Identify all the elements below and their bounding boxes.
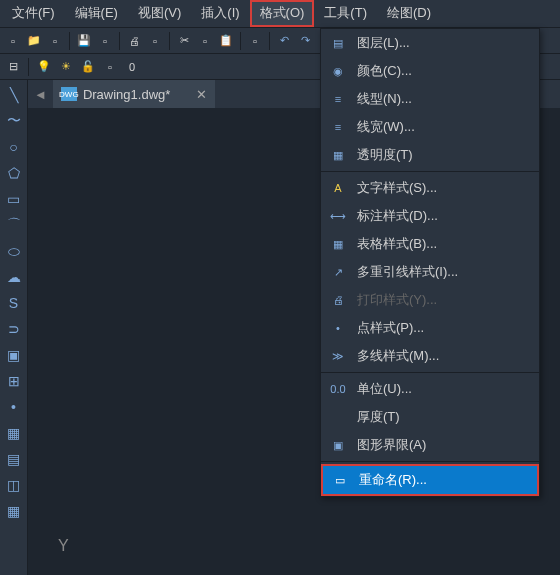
menu-rename-label: 重命名(R)... bbox=[359, 471, 427, 489]
revcloud-tool-icon[interactable]: ☁ bbox=[5, 268, 23, 286]
color-icon: ◉ bbox=[329, 62, 347, 80]
menu-units[interactable]: 0.0 单位(U)... bbox=[321, 375, 539, 403]
textstyle-icon: A bbox=[329, 179, 347, 197]
copy-icon[interactable]: ▫ bbox=[196, 32, 214, 50]
dimstyle-icon: ⟷ bbox=[329, 207, 347, 225]
block-tool-icon[interactable]: ▣ bbox=[5, 346, 23, 364]
layer-props-icon[interactable]: ⊟ bbox=[4, 58, 22, 76]
mlinestyle-icon: ≫ bbox=[329, 347, 347, 365]
menu-mleaderstyle[interactable]: ↗ 多重引线样式(I)... bbox=[321, 258, 539, 286]
preview-icon[interactable]: ▫ bbox=[146, 32, 164, 50]
tab-filename: Drawing1.dwg* bbox=[83, 87, 170, 102]
print-icon[interactable]: 🖨 bbox=[125, 32, 143, 50]
menu-lineweight-label: 线宽(W)... bbox=[357, 118, 415, 136]
left-toolbar: ╲ 〜 ○ ⬠ ▭ ⌒ ⬭ ☁ S ⊃ ▣ ⊞ • ▦ ▤ ◫ ▦ bbox=[0, 80, 28, 575]
menu-layer[interactable]: ▤ 图层(L)... bbox=[321, 29, 539, 57]
menu-plotstyle-label: 打印样式(Y)... bbox=[357, 291, 437, 309]
arc-tool-icon[interactable]: ⌒ bbox=[5, 216, 23, 234]
menu-draw[interactable]: 绘图(D) bbox=[377, 0, 441, 27]
layer-name[interactable]: 0 bbox=[123, 58, 141, 76]
spline-tool-icon[interactable]: S bbox=[5, 294, 23, 312]
saveas-icon[interactable]: ▫ bbox=[96, 32, 114, 50]
menu-file[interactable]: 文件(F) bbox=[2, 0, 65, 27]
menu-color-label: 颜色(C)... bbox=[357, 62, 412, 80]
rectangle-tool-icon[interactable]: ▭ bbox=[5, 190, 23, 208]
point-tool-icon[interactable]: • bbox=[5, 398, 23, 416]
menu-limits[interactable]: ▣ 图形界限(A) bbox=[321, 431, 539, 459]
menu-mlinestyle-label: 多线样式(M)... bbox=[357, 347, 439, 365]
menu-layer-label: 图层(L)... bbox=[357, 34, 410, 52]
units-icon: 0.0 bbox=[329, 380, 347, 398]
redo-icon[interactable]: ↷ bbox=[296, 32, 314, 50]
rename-icon: ▭ bbox=[331, 471, 349, 489]
lock-icon[interactable]: 🔓 bbox=[79, 58, 97, 76]
close-icon[interactable]: ✕ bbox=[196, 87, 207, 102]
separator bbox=[321, 461, 539, 462]
menu-thickness-label: 厚度(T) bbox=[357, 408, 400, 426]
menu-color[interactable]: ◉ 颜色(C)... bbox=[321, 57, 539, 85]
polyline-tool-icon[interactable]: 〜 bbox=[5, 112, 23, 130]
menu-view[interactable]: 视图(V) bbox=[128, 0, 191, 27]
menu-linetype-label: 线型(N)... bbox=[357, 90, 412, 108]
menu-pointstyle[interactable]: • 点样式(P)... bbox=[321, 314, 539, 342]
paste-icon[interactable]: 📋 bbox=[217, 32, 235, 50]
ellipse-tool-icon[interactable]: ⬭ bbox=[5, 242, 23, 260]
line-tool-icon[interactable]: ╲ bbox=[5, 86, 23, 104]
undo-icon[interactable]: ↶ bbox=[275, 32, 293, 50]
table-tool-icon[interactable]: ▦ bbox=[5, 502, 23, 520]
menu-units-label: 单位(U)... bbox=[357, 380, 412, 398]
menu-limits-label: 图形界限(A) bbox=[357, 436, 426, 454]
mleaderstyle-icon: ↗ bbox=[329, 263, 347, 281]
thickness-icon bbox=[329, 408, 347, 426]
menu-format[interactable]: 格式(O) bbox=[250, 0, 315, 27]
layer-icon: ▤ bbox=[329, 34, 347, 52]
cut-icon[interactable]: ✂ bbox=[175, 32, 193, 50]
menu-transparency[interactable]: ▦ 透明度(T) bbox=[321, 141, 539, 169]
save-icon[interactable]: 💾 bbox=[75, 32, 93, 50]
folder2-icon[interactable]: ▫ bbox=[46, 32, 64, 50]
menu-tablestyle[interactable]: ▦ 表格样式(B)... bbox=[321, 230, 539, 258]
limits-icon: ▣ bbox=[329, 436, 347, 454]
menubar: 文件(F) 编辑(E) 视图(V) 插入(I) 格式(O) 工具(T) 绘图(D… bbox=[0, 0, 560, 28]
menu-linetype[interactable]: ≡ 线型(N)... bbox=[321, 85, 539, 113]
menu-mlinestyle[interactable]: ≫ 多线样式(M)... bbox=[321, 342, 539, 370]
ellipse-arc-tool-icon[interactable]: ⊃ bbox=[5, 320, 23, 338]
sun-icon[interactable]: ☀ bbox=[57, 58, 75, 76]
layer-color-icon[interactable]: ▫ bbox=[101, 58, 119, 76]
makeblock-tool-icon[interactable]: ⊞ bbox=[5, 372, 23, 390]
polygon-tool-icon[interactable]: ⬠ bbox=[5, 164, 23, 182]
hatch-tool-icon[interactable]: ▦ bbox=[5, 424, 23, 442]
menu-thickness[interactable]: 厚度(T) bbox=[321, 403, 539, 431]
menu-textstyle[interactable]: A 文字样式(S)... bbox=[321, 174, 539, 202]
menu-lineweight[interactable]: ≡ 线宽(W)... bbox=[321, 113, 539, 141]
menu-transparency-label: 透明度(T) bbox=[357, 146, 413, 164]
menu-mleaderstyle-label: 多重引线样式(I)... bbox=[357, 263, 458, 281]
separator bbox=[321, 372, 539, 373]
transparency-icon: ▦ bbox=[329, 146, 347, 164]
tablestyle-icon: ▦ bbox=[329, 235, 347, 253]
format-dropdown-menu: ▤ 图层(L)... ◉ 颜色(C)... ≡ 线型(N)... ≡ 线宽(W)… bbox=[320, 28, 540, 497]
menu-plotstyle: 🖨 打印样式(Y)... bbox=[321, 286, 539, 314]
lineweight-icon: ≡ bbox=[329, 118, 347, 136]
menu-insert[interactable]: 插入(I) bbox=[191, 0, 249, 27]
menu-tools[interactable]: 工具(T) bbox=[314, 0, 377, 27]
linetype-icon: ≡ bbox=[329, 90, 347, 108]
pointstyle-icon: • bbox=[329, 319, 347, 337]
dwg-file-icon: DWG bbox=[61, 87, 77, 101]
plotstyle-icon: 🖨 bbox=[329, 291, 347, 309]
menu-dimstyle[interactable]: ⟷ 标注样式(D)... bbox=[321, 202, 539, 230]
document-tab[interactable]: DWG Drawing1.dwg* ✕ bbox=[53, 80, 215, 108]
region-tool-icon[interactable]: ◫ bbox=[5, 476, 23, 494]
menu-rename[interactable]: ▭ 重命名(R)... bbox=[321, 464, 539, 496]
menu-edit[interactable]: 编辑(E) bbox=[65, 0, 128, 27]
menu-textstyle-label: 文字样式(S)... bbox=[357, 179, 437, 197]
gradient-tool-icon[interactable]: ▤ bbox=[5, 450, 23, 468]
match-icon[interactable]: ▫ bbox=[246, 32, 264, 50]
menu-tablestyle-label: 表格样式(B)... bbox=[357, 235, 437, 253]
new-icon[interactable]: ▫ bbox=[4, 32, 22, 50]
bulb-icon[interactable]: 💡 bbox=[35, 58, 53, 76]
tab-prev-icon[interactable]: ◄ bbox=[28, 87, 53, 102]
open-icon[interactable]: 📁 bbox=[25, 32, 43, 50]
circle-tool-icon[interactable]: ○ bbox=[5, 138, 23, 156]
menu-pointstyle-label: 点样式(P)... bbox=[357, 319, 424, 337]
